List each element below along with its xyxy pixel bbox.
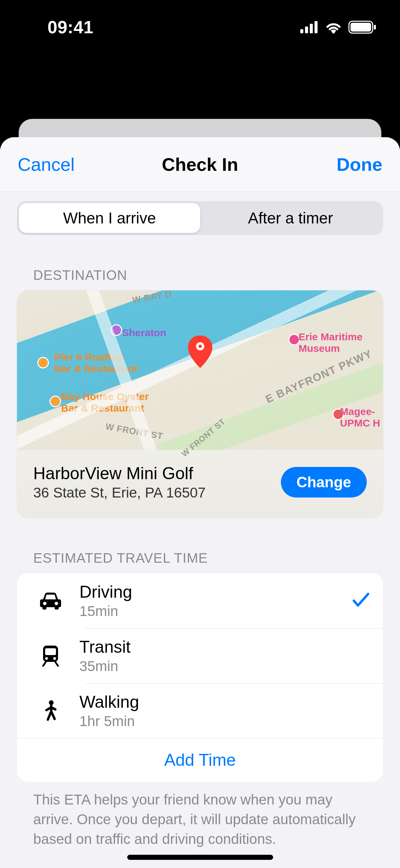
check-in-sheet: Cancel Check In Done When I arrive After… — [0, 137, 400, 868]
svg-rect-2 — [310, 24, 313, 33]
done-button[interactable]: Done — [337, 154, 382, 175]
map-road-label: E BAYFRONT PKWY — [264, 347, 374, 405]
travel-time-list: Driving 15min Transit 35min — [17, 573, 383, 782]
walking-icon — [32, 700, 69, 722]
map-pin-icon — [187, 336, 214, 371]
checkmark-icon — [353, 593, 369, 609]
destination-card: W BAY D Sheraton Pier 6 RooftopBar & Res… — [17, 290, 383, 518]
cancel-button[interactable]: Cancel — [18, 154, 75, 175]
svg-rect-3 — [315, 21, 318, 33]
travel-duration: 35min — [79, 658, 369, 674]
travel-row-driving[interactable]: Driving 15min — [17, 573, 383, 628]
mode-segmented-control[interactable]: When I arrive After a timer — [17, 201, 383, 235]
svg-rect-1 — [305, 26, 308, 33]
svg-point-15 — [53, 657, 56, 660]
travel-row-transit[interactable]: Transit 35min — [17, 628, 383, 683]
travel-mode-label: Transit — [79, 637, 369, 657]
status-time: 09:41 — [47, 17, 94, 37]
segment-after-a-timer[interactable]: After a timer — [200, 203, 381, 233]
status-bar: 09:41 — [0, 0, 400, 54]
device-frame: 09:41 Cancel Check In Done When I arrive… — [0, 0, 400, 868]
destination-name: HarborView Mini Golf — [33, 464, 206, 483]
sheet-title: Check In — [162, 154, 238, 175]
sheet-content: When I arrive After a timer DESTINATION … — [0, 201, 400, 868]
destination-map[interactable]: W BAY D Sheraton Pier 6 RooftopBar & Res… — [17, 290, 383, 450]
map-poi-label: Bay House OysterBar & Restaurant — [61, 391, 149, 414]
svg-rect-0 — [300, 29, 303, 33]
travel-duration: 1hr 5min — [79, 713, 369, 729]
map-poi-label: Sheraton — [122, 327, 166, 339]
map-poi-label: Pier 6 RooftopBar & Restaurant — [54, 351, 137, 375]
travel-mode-label: Walking — [79, 692, 369, 712]
map-poi-icon — [37, 357, 49, 368]
transit-icon — [32, 645, 69, 667]
map-poi-icon — [111, 324, 122, 336]
battery-icon — [348, 21, 376, 34]
svg-point-9 — [198, 345, 202, 348]
destination-footer: HarborView Mini Golf 36 State St, Erie, … — [17, 450, 383, 518]
change-destination-button[interactable]: Change — [281, 467, 367, 498]
add-time-label: Add Time — [164, 750, 236, 770]
map-poi-label: Magee-UPMC H — [340, 406, 380, 429]
destination-section-header: DESTINATION — [17, 268, 383, 283]
sheet-header: Cancel Check In Done — [0, 137, 400, 192]
travel-duration: 15min — [79, 603, 353, 619]
travel-section-header: ESTIMATED TRAVEL TIME — [17, 550, 383, 566]
map-poi-icon — [288, 334, 300, 345]
cellular-icon — [300, 21, 319, 33]
svg-point-11 — [55, 602, 58, 605]
car-icon — [32, 592, 69, 610]
map-road-label: W FRONT ST — [105, 421, 164, 441]
destination-text: HarborView Mini Golf 36 State St, Erie, … — [33, 464, 206, 501]
svg-rect-6 — [350, 23, 371, 32]
travel-footer-note: This ETA helps your friend know when you… — [17, 782, 383, 849]
map-poi-icon — [50, 396, 61, 407]
destination-address: 36 State St, Erie, PA 16507 — [33, 485, 206, 501]
status-icons — [300, 21, 376, 34]
home-indicator[interactable] — [127, 855, 273, 860]
add-time-button[interactable]: Add Time — [17, 738, 383, 782]
svg-point-10 — [43, 602, 46, 605]
svg-point-14 — [45, 657, 48, 660]
travel-mode-label: Driving — [79, 582, 353, 602]
svg-rect-7 — [374, 25, 376, 30]
travel-row-walking[interactable]: Walking 1hr 5min — [17, 683, 383, 738]
wifi-icon — [325, 21, 342, 34]
segment-when-i-arrive[interactable]: When I arrive — [19, 203, 200, 233]
map-poi-icon — [332, 409, 344, 420]
svg-rect-13 — [45, 648, 56, 655]
map-poi-label: Erie MaritimeMuseum — [299, 331, 362, 354]
map-road-label: W BAY D — [132, 290, 172, 306]
svg-point-4 — [332, 31, 335, 34]
